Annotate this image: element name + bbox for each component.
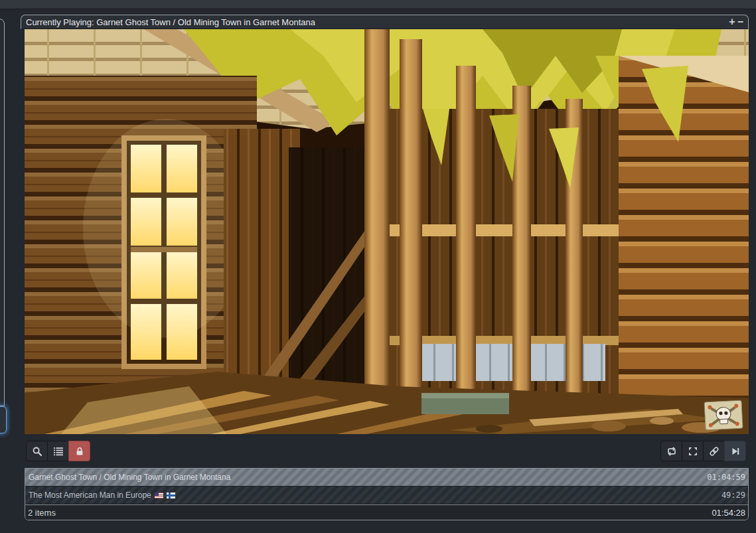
- playlist-item[interactable]: The Most American Man in Europe 49:29: [25, 487, 748, 504]
- item-count-label: 2 items: [25, 508, 56, 518]
- link-button[interactable]: [703, 441, 725, 461]
- lock-button[interactable]: [68, 441, 90, 461]
- skip-to-end-button[interactable]: [724, 441, 746, 461]
- playlist-item-duration: 49:29: [721, 491, 748, 500]
- playlist-item-title: The Most American Man in Europe: [25, 491, 175, 500]
- us-flag-icon: [155, 493, 163, 498]
- focused-button-partial[interactable]: [0, 406, 7, 433]
- fullscreen-button[interactable]: [682, 441, 704, 461]
- playlist-item-current[interactable]: Garnet Ghost Town / Old Mining Town in G…: [25, 469, 748, 487]
- video-still-cabin-interior: [25, 29, 749, 434]
- zoom-out-icon[interactable]: −: [737, 17, 743, 27]
- repeat-icon: [666, 446, 677, 457]
- playlist-status-bar: 2 items 01:54:28: [25, 504, 748, 520]
- toolbar-right-group: [660, 441, 746, 461]
- toolbar-left-group: [26, 441, 90, 461]
- zoom-in-icon[interactable]: +: [729, 17, 735, 27]
- video-frame[interactable]: [25, 29, 749, 434]
- total-duration-label: 01:54:28: [712, 508, 748, 518]
- background-window-panel: [0, 19, 5, 406]
- player-titlebar: Currently Playing: Garnet Ghost Town / O…: [21, 15, 749, 29]
- desktop-top-bar: [0, 0, 756, 9]
- search-icon: [32, 446, 42, 457]
- player-window: Currently Playing: Garnet Ghost Town / O…: [21, 15, 749, 434]
- list-icon: [53, 446, 64, 457]
- channel-watermark-skull: [704, 400, 743, 430]
- playlist-list-button[interactable]: [47, 441, 69, 461]
- playlist-item-duration: 01:04:59: [707, 473, 748, 482]
- playlist-item-title: Garnet Ghost Town / Old Mining Town in G…: [25, 473, 230, 482]
- skip-end-icon: [730, 446, 741, 457]
- titlebar-controls: + −: [729, 17, 748, 27]
- repeat-button[interactable]: [660, 441, 682, 461]
- currently-playing-title: Currently Playing: Garnet Ghost Town / O…: [21, 17, 315, 27]
- finland-flag-icon: [167, 493, 175, 498]
- playlist-panel: Garnet Ghost Town / Old Mining Town in G…: [25, 468, 749, 520]
- lock-icon: [74, 446, 85, 457]
- search-button[interactable]: [26, 441, 48, 461]
- fullscreen-icon: [688, 446, 698, 457]
- link-icon: [709, 446, 719, 457]
